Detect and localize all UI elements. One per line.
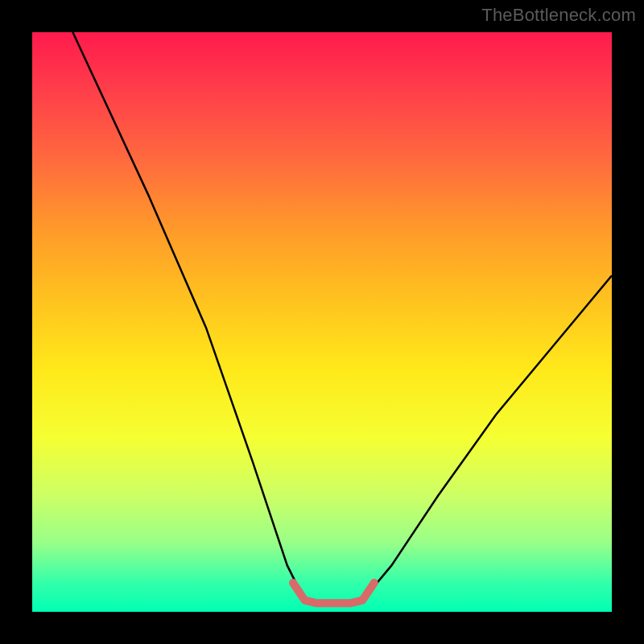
flat-bottom-segment bbox=[293, 583, 374, 603]
curve-right bbox=[362, 275, 612, 600]
chart-svg bbox=[32, 32, 612, 612]
watermark-text: TheBottleneck.com bbox=[481, 5, 636, 26]
chart-frame: TheBottleneck.com bbox=[0, 0, 644, 644]
line-layer bbox=[72, 32, 612, 603]
curve-left bbox=[72, 32, 304, 601]
